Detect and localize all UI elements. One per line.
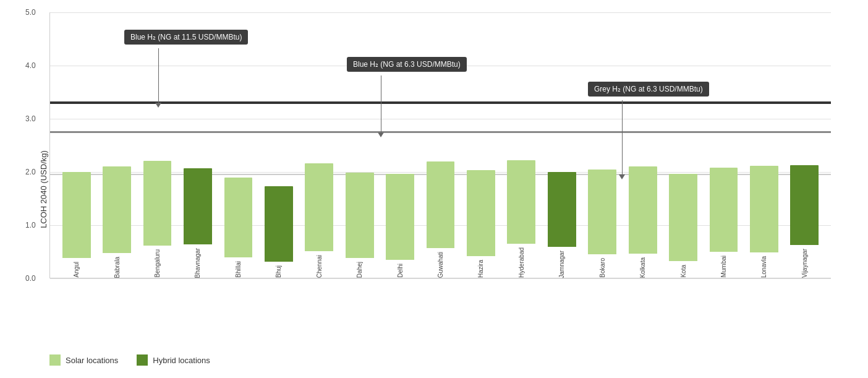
- solar-swatch: [49, 354, 61, 366]
- y-tick-label: 1.0: [25, 221, 36, 230]
- hybrid-label: Hybrid locations: [153, 356, 210, 365]
- bar-delhi: [386, 174, 414, 260]
- bar-group: Chennai: [299, 12, 339, 278]
- bar-group: Angul: [56, 12, 96, 278]
- bar-label: Bengaluru: [154, 249, 161, 278]
- bar-label: Guwahati: [437, 252, 444, 278]
- legend: Solar locations Hybrid locations: [49, 354, 210, 366]
- bar-group: Vijaynagar: [785, 12, 825, 278]
- y-tick-label: 0.0: [25, 274, 36, 283]
- bar-label: Bokaro: [599, 258, 606, 278]
- bar-group: Delhi: [380, 12, 420, 278]
- y-axis-label: LCOH 2040 (USD/kg): [39, 150, 48, 228]
- bar-label: Angul: [73, 262, 80, 278]
- bar-bhuj: [265, 186, 293, 262]
- y-tick-label: 5.0: [25, 8, 36, 17]
- bar-hazira: [467, 170, 495, 256]
- chart-container: LCOH 2040 (USD/kg) 0.01.02.03.04.05.0 Bl…: [0, 0, 868, 378]
- grid-line: [50, 278, 831, 279]
- bar-dahej: [346, 173, 374, 258]
- bar-group: Mumbai: [704, 12, 744, 278]
- bar-chennai: [305, 163, 333, 251]
- bar-angul: [62, 172, 91, 258]
- bar-group: Bengaluru: [137, 12, 177, 278]
- bar-group: Jamnagar: [542, 12, 582, 278]
- bar-label: Bhuj: [275, 265, 282, 278]
- bar-kolkata: [629, 166, 657, 254]
- bar-group: Hazira: [461, 12, 501, 278]
- legend-item-hybrid: Hybrid locations: [137, 354, 210, 366]
- bar-label: Mumbai: [720, 256, 727, 278]
- bar-bokaro: [588, 170, 616, 255]
- bar-group: Kolkata: [623, 12, 663, 278]
- bar-label: Dahej: [356, 262, 363, 278]
- bar-label: Delhi: [397, 264, 404, 278]
- hybrid-swatch: [137, 354, 148, 366]
- bar-label: Vijaynagar: [801, 249, 808, 278]
- y-tick-label: 3.0: [25, 114, 36, 123]
- bar-kota: [669, 174, 697, 262]
- y-tick-label: 2.0: [25, 168, 36, 176]
- bar-label: Jamnagar: [558, 251, 565, 278]
- bar-jamnagar: [548, 172, 576, 246]
- bar-label: Hyderabad: [518, 247, 525, 278]
- bar-group: Bokaro: [582, 12, 622, 278]
- bar-group: Bhuj: [258, 12, 299, 278]
- bar-guwahati: [427, 161, 455, 248]
- bar-group: Babrala: [96, 12, 137, 278]
- bar-group: Guwahati: [420, 12, 461, 278]
- bar-bhillai: [224, 178, 253, 257]
- bars-container: AngulBabralaBengaluruBhavnagarBhillaiBhu…: [50, 12, 831, 278]
- bar-group: Hyderabad: [501, 12, 542, 278]
- y-tick-label: 4.0: [25, 61, 36, 70]
- bar-label: Babrala: [114, 257, 121, 278]
- bar-group: Dahej: [339, 12, 380, 278]
- solar-label: Solar locations: [66, 356, 118, 365]
- bar-label: Kota: [680, 265, 687, 278]
- bar-hyderabad: [507, 160, 535, 244]
- bar-babrala: [103, 166, 131, 252]
- bar-label: Bhavnagar: [194, 248, 201, 278]
- bar-mumbai: [710, 168, 738, 252]
- chart-area: 0.01.02.03.04.05.0 Blue H₂ (NG at 11.5 U…: [49, 12, 831, 278]
- bar-bengaluru: [143, 161, 172, 246]
- legend-item-solar: Solar locations: [49, 354, 118, 366]
- bar-bhavnagar: [184, 168, 212, 244]
- bar-label: Bhillai: [235, 261, 242, 278]
- bar-group: Bhillai: [218, 12, 258, 278]
- bar-group: Bhavnagar: [177, 12, 218, 278]
- bar-lonavla: [750, 166, 778, 252]
- bar-label: Kolkata: [639, 257, 646, 278]
- bar-label: Chennai: [316, 255, 323, 278]
- bar-group: Lonavla: [744, 12, 784, 278]
- bar-label: Hazira: [477, 260, 484, 278]
- bar-vijaynagar: [790, 165, 819, 245]
- bar-group: Kota: [663, 12, 703, 278]
- bar-label: Lonavla: [760, 256, 767, 278]
